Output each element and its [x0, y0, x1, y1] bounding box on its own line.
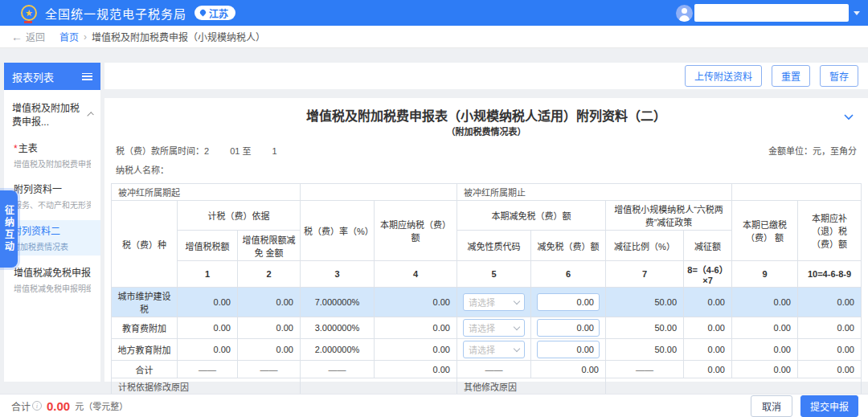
breadcrumb-home-link[interactable]: 首页	[59, 30, 79, 43]
collapse-menu-icon[interactable]	[82, 73, 92, 80]
cell-rate: 7.000000%	[301, 288, 375, 317]
row-label: 教育费附加	[112, 317, 178, 339]
col-header-basis-group: 计税（费）依据	[178, 201, 301, 231]
other-change-reason-label: 其他修改原因	[457, 378, 606, 395]
relief-amount-input[interactable]: 0.00	[537, 341, 600, 358]
form-card: 增值税及附加税费申报表（小规模纳税人适用）附列资料（二） （附加税费情况表） 税…	[104, 98, 868, 382]
offset-period-end-value[interactable]	[732, 184, 862, 201]
reset-button[interactable]: 重置	[772, 65, 810, 87]
app-title: 全国统一规范电子税务局	[45, 5, 186, 22]
col-header-relief-amount: 减免税（费）额	[531, 231, 606, 261]
total-label: 合计	[11, 399, 31, 413]
cell-reduction-amount: 0.00	[684, 339, 732, 361]
cell-due: 0.00	[798, 339, 862, 361]
col-header-six-two-group: 增值税小规模纳税人“六税两费”减征政策	[606, 201, 732, 231]
col-number-5: 5	[457, 261, 531, 288]
surcharge-declaration-table: 被冲红所属期起 被冲红所属期止 税（费）种 计税（费）依据 税（费）率（%） 本…	[111, 183, 862, 395]
cancel-button[interactable]: 取消	[751, 395, 792, 417]
relief-code-cell: 请选择	[457, 339, 531, 361]
form-toolbar: 上传附送资料重置暂存	[104, 63, 868, 89]
period-label: 税（费）款所属时间：	[116, 146, 204, 156]
col-number-4: 4	[375, 261, 457, 288]
form-collapse-chevron-icon[interactable]	[844, 109, 854, 124]
cell-reduction-ratio: 50.00	[606, 317, 684, 339]
report-list-sidebar: 报表列表 增值税及附加税费申报... *主表增值税及附加税费申报表附列资料一服务…	[4, 63, 100, 382]
sidebar-header: 报表列表	[4, 63, 100, 90]
col-header-rate: 税（费）率（%）	[301, 201, 375, 261]
cell-rate: ——	[301, 361, 375, 378]
region-badge[interactable]: 江苏	[194, 6, 235, 20]
cell-payable: 0.00	[375, 317, 457, 339]
total-amount-words: 元（零元整）	[75, 399, 128, 412]
select-placeholder: 请选择	[469, 343, 495, 356]
user-dropdown-caret-icon[interactable]	[854, 11, 860, 15]
sidebar-item-0[interactable]: *主表增值税及附加税费申报表	[12, 138, 92, 172]
col-number-9: 9	[732, 261, 798, 288]
form-subtitle: （附加税费情况表）	[104, 125, 868, 137]
row-label: 城市维护建设税	[112, 288, 178, 317]
select-placeholder: 请选择	[469, 296, 495, 309]
user-account-box[interactable]	[694, 4, 849, 22]
col-header-due: 本期应补（退）税（费）额	[798, 201, 862, 261]
col-header-payable: 本期应纳税（费）额	[375, 201, 457, 261]
save-draft-button[interactable]: 暂存	[820, 65, 858, 87]
cell-reduction-ratio: 50.00	[606, 288, 684, 317]
cell-payable: 0.00	[375, 361, 457, 378]
taxpayer-name-label: 纳税人名称：	[116, 166, 169, 175]
user-avatar[interactable]	[676, 5, 693, 22]
relief-code-select[interactable]: 请选择	[463, 341, 525, 358]
person-icon	[682, 8, 687, 14]
upload-attachment-button[interactable]: 上传附送资料	[685, 65, 762, 87]
col-header-relief-group: 本期减免税（费）额	[457, 201, 606, 231]
cell-vat-amount: 0.00	[178, 288, 238, 317]
cell-vat-amount: 0.00	[178, 317, 238, 339]
cell-paid: 0.00	[732, 361, 798, 378]
cell-paid: 0.00	[732, 317, 798, 339]
relief-code-select[interactable]: 请选择	[463, 293, 525, 311]
col-header-tax-type: 税（费）种	[112, 201, 178, 288]
cell-due: 0.00	[798, 317, 862, 339]
basis-change-reason-value[interactable]	[301, 378, 457, 395]
relief-amount-input[interactable]: 0.00	[537, 293, 600, 311]
sidebar-item-label: 附列资料二	[12, 223, 92, 237]
table-row: 地方教育附加0.000.002.000000%0.00请选择0.0050.000…	[112, 339, 862, 361]
cell-relief-code: ——	[457, 361, 531, 378]
back-arrow-icon[interactable]: ←	[11, 31, 23, 43]
sidebar-item-2[interactable]: 附列资料二附加税费情况表	[4, 220, 100, 256]
breadcrumb-current: 增值税及附加税费申报（小规模纳税人）	[92, 30, 265, 43]
sidebar-group-toggle[interactable]: 增值税及附加税费申报...	[12, 100, 92, 128]
cell-reduction-amount: 0.00	[684, 288, 732, 317]
col-header-relief-code: 减免性质代码	[457, 231, 531, 261]
sidebar-item-label: *主表	[14, 141, 91, 154]
basis-change-reason-label: 计税依据修改原因	[112, 378, 301, 395]
tax-period-line: 税（费）款所属时间：201 至1	[116, 144, 277, 157]
offset-period-start-value[interactable]	[301, 184, 457, 201]
sidebar-item-subtitle: 增值税及附加税费申报表	[14, 157, 91, 170]
relief-amount-cell: 0.00	[531, 317, 606, 339]
cell-vat-amount: 0.00	[178, 339, 238, 361]
relief-code-select[interactable]: 请选择	[463, 319, 525, 337]
offset-period-end-label: 被冲红所属期止	[457, 184, 732, 201]
cell-vat-limit-relief: 0.00	[238, 317, 301, 339]
col-number-1: 1	[178, 261, 238, 288]
sidebar-item-3[interactable]: 增值税减免税申报明...增值税减免税申报明细表	[12, 263, 92, 296]
chevron-down-icon	[514, 323, 520, 329]
bottom-bar: 合计 i 0.00 元（零元整） 取消 提交申报	[0, 394, 868, 417]
cell-paid: 0.00	[732, 288, 798, 317]
other-change-reason-value[interactable]	[606, 378, 862, 395]
col-number-3: 3	[301, 261, 375, 288]
cell-payable: 0.00	[375, 339, 457, 361]
sidebar-item-1[interactable]: 附列资料一服务、不动产和无形资产扣...	[12, 179, 92, 213]
cell-due: 0.00	[798, 288, 862, 317]
chevron-down-icon	[514, 297, 520, 304]
relief-amount-cell: 0.00	[531, 288, 606, 317]
back-link[interactable]: 返回	[26, 30, 45, 43]
interaction-float-tab[interactable]: 征纳互动	[0, 190, 18, 268]
period-fragment-start: 2	[204, 146, 209, 156]
cell-payable: 0.00	[375, 288, 457, 317]
info-icon: i	[32, 401, 42, 411]
sidebar-item-subtitle: 附加税费情况表	[12, 240, 92, 252]
relief-amount-input[interactable]: 0.00	[537, 319, 600, 337]
submit-declaration-button[interactable]: 提交申报	[800, 395, 858, 417]
row-label: 合计	[112, 361, 178, 378]
